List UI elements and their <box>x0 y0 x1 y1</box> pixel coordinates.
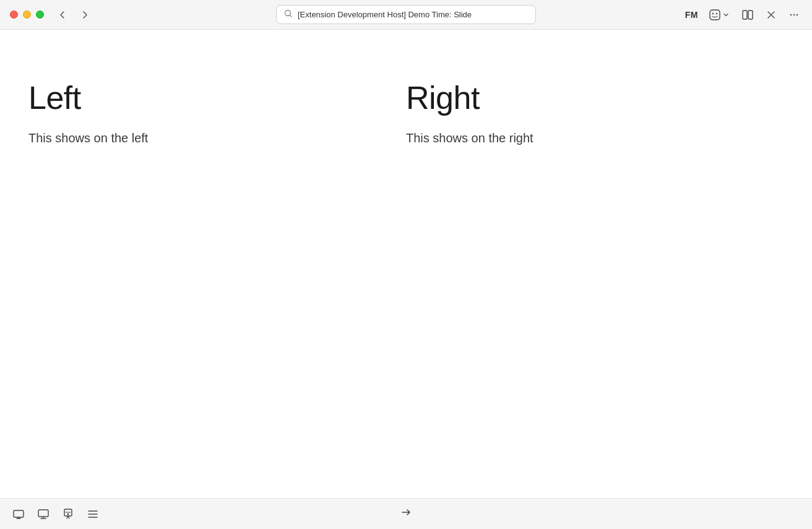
address-bar[interactable]: [Extension Development Host] Demo Time: … <box>276 5 536 24</box>
left-title: Left <box>28 79 406 116</box>
list-button[interactable] <box>87 508 99 520</box>
monitor-button[interactable] <box>37 508 50 520</box>
close-traffic-light[interactable] <box>10 11 18 19</box>
bottom-center <box>394 503 418 525</box>
address-text: [Extension Development Host] Demo Time: … <box>298 10 472 19</box>
bottom-left-icons <box>12 508 99 520</box>
right-title: Right <box>406 79 784 116</box>
screen-share-button[interactable] <box>12 508 25 520</box>
svg-rect-4 <box>743 11 747 19</box>
main-content: Left This shows on the left Right This s… <box>0 30 812 498</box>
right-panel: Right This shows on the right <box>406 79 784 498</box>
chevron-down-icon <box>723 12 729 18</box>
address-bar-container: [Extension Development Host] Demo Time: … <box>276 5 536 24</box>
left-panel: Left This shows on the left <box>28 79 406 498</box>
svg-rect-5 <box>748 11 753 19</box>
presenter-button[interactable] <box>62 508 74 520</box>
ai-button[interactable] <box>706 6 732 24</box>
maximize-traffic-light[interactable] <box>36 11 44 19</box>
fm-label: FM <box>685 10 698 20</box>
right-subtitle: This shows on the right <box>406 131 784 145</box>
svg-point-6 <box>790 14 792 15</box>
more-button[interactable] <box>786 7 802 23</box>
back-button[interactable] <box>54 7 71 22</box>
svg-rect-10 <box>38 510 48 517</box>
titlebar: [Extension Development Host] Demo Time: … <box>0 0 812 30</box>
split-view-button[interactable] <box>739 6 756 24</box>
next-slide-button[interactable] <box>394 503 418 525</box>
svg-point-12 <box>67 513 69 515</box>
left-subtitle: This shows on the left <box>28 131 406 145</box>
bottombar <box>0 498 812 529</box>
svg-rect-9 <box>14 510 24 517</box>
svg-point-7 <box>793 14 795 15</box>
right-controls: FM <box>685 6 802 24</box>
svg-point-8 <box>797 14 798 15</box>
traffic-lights <box>10 11 44 19</box>
nav-buttons <box>54 7 93 22</box>
search-icon <box>284 9 293 20</box>
forward-button[interactable] <box>76 7 93 22</box>
svg-rect-1 <box>710 10 720 20</box>
svg-point-3 <box>716 12 717 14</box>
minimize-traffic-light[interactable] <box>23 11 31 19</box>
svg-point-2 <box>712 12 714 14</box>
close-button[interactable] <box>764 7 779 22</box>
